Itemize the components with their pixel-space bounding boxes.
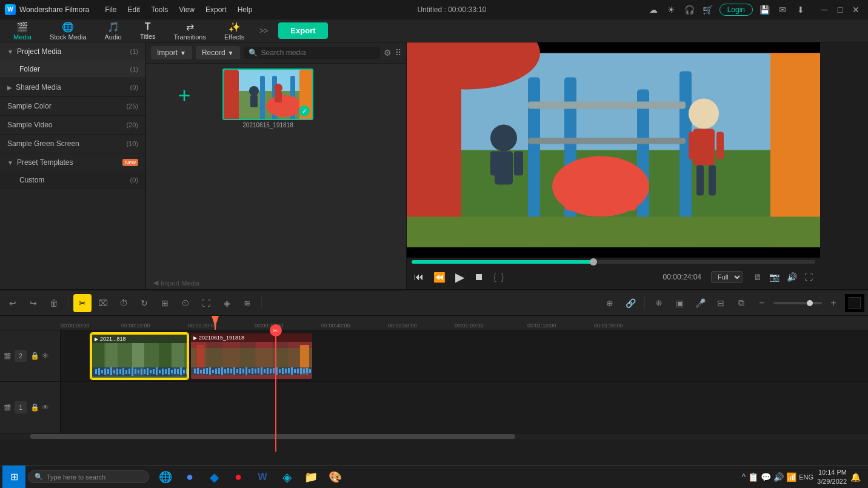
eye-icon[interactable]: 👁 <box>42 352 49 360</box>
redo-button[interactable]: ↪ <box>24 294 42 312</box>
sidebar-item-sample-color[interactable]: Sample Color (25) <box>0 97 145 115</box>
taskbar-app6[interactable]: ◈ <box>275 466 298 489</box>
taskbar-paint[interactable]: 🎨 <box>324 466 347 489</box>
mail-icon[interactable]: ✉ <box>776 3 789 16</box>
undo-button[interactable]: ↩ <box>4 294 22 312</box>
lock-icon[interactable]: 🔒 <box>30 352 39 360</box>
zoom-slider[interactable] <box>773 302 822 304</box>
tab-media[interactable]: 🎬 Media <box>5 20 40 42</box>
timer-button[interactable]: ⏲ <box>176 294 195 312</box>
tray-volume[interactable]: 🔊 <box>773 472 784 482</box>
maximize-button[interactable]: □ <box>833 4 847 16</box>
progress-bar[interactable] <box>412 260 815 264</box>
taskbar-edge2[interactable]: ◆ <box>202 466 225 489</box>
export-button[interactable]: Export <box>278 22 327 39</box>
sidebar-child-custom[interactable]: Custom (0) <box>0 172 145 189</box>
transform-button[interactable]: ⊞ <box>156 294 174 312</box>
eye-icon-1[interactable]: 👁 <box>42 403 49 412</box>
tab-audio[interactable]: 🎵 Audio <box>96 20 130 42</box>
sun-icon[interactable]: ☀ <box>665 3 678 16</box>
menu-tools[interactable]: Tools <box>146 4 173 16</box>
taskbar-edge[interactable]: 🌐 <box>154 466 177 489</box>
step-back-button[interactable]: ⏮ <box>412 270 426 284</box>
progress-handle[interactable] <box>590 258 597 266</box>
volume-icon[interactable]: 🔊 <box>784 271 800 283</box>
audio-button[interactable]: ≋ <box>238 294 256 312</box>
menu-help[interactable]: Help <box>233 4 258 16</box>
notification-icon[interactable]: 🔔 <box>850 472 861 482</box>
pip-button[interactable]: ⧉ <box>732 294 750 312</box>
sidebar-item-sample-green[interactable]: Sample Green Screen (10) <box>0 135 145 153</box>
timeline-scrollbar[interactable] <box>0 433 868 440</box>
speed-button[interactable]: ⏱ <box>115 294 133 312</box>
track-1-area[interactable] <box>61 382 868 433</box>
import-button[interactable]: Import ▼ <box>151 46 192 59</box>
tray-notification[interactable]: 📋 <box>748 472 758 482</box>
play-button[interactable]: ▶ <box>453 269 467 286</box>
tray-chat[interactable]: 💬 <box>761 472 771 482</box>
sidebar-item-sample-video[interactable]: Sample Video (20) <box>0 116 145 134</box>
cut-button[interactable]: ✂ <box>73 294 92 312</box>
fullscreen-icon[interactable]: ⛶ <box>802 271 815 283</box>
sidebar-item-project-media[interactable]: ▼ Project Media (1) <box>0 42 145 61</box>
search-input[interactable] <box>261 48 375 57</box>
tab-titles[interactable]: T Titles <box>132 20 164 41</box>
tray-wifi[interactable]: 📶 <box>786 472 796 482</box>
add-media-zone[interactable]: + <box>151 69 218 123</box>
stop-button[interactable]: ⏹ <box>472 270 486 284</box>
close-button[interactable]: ✕ <box>849 4 863 16</box>
tab-effects[interactable]: ✨ Effects <box>216 20 253 42</box>
menu-edit[interactable]: Edit <box>123 4 145 16</box>
sidebar-item-shared-media[interactable]: ▶ Shared Media (0) <box>0 78 145 96</box>
menu-file[interactable]: File <box>100 4 121 16</box>
sidebar-child-folder[interactable]: Folder (1) <box>0 61 145 78</box>
tab-stock-media[interactable]: 🌐 Stock Media <box>41 20 95 42</box>
login-button[interactable]: Login <box>719 4 753 16</box>
rewind-button[interactable]: ⏪ <box>431 270 448 284</box>
timeline-clip-1[interactable]: ▶ 2021...818 <box>91 333 188 379</box>
headphone-icon[interactable]: 🎧 <box>683 3 696 16</box>
mic-button[interactable]: 🎤 <box>691 294 709 312</box>
media-thumbnail-0[interactable]: ✓ 20210615_191818 <box>222 69 313 129</box>
timeline-clip-2[interactable]: ▶ 20210615_191818 <box>191 333 312 379</box>
sidebar-item-preset-templates[interactable]: ▼ Preset Templates New <box>0 153 145 172</box>
save-icon[interactable]: 💾 <box>758 3 771 16</box>
menu-export[interactable]: Export <box>201 4 232 16</box>
quality-select[interactable]: Full 1/2 1/4 <box>711 271 743 283</box>
download-icon[interactable]: ⬇ <box>794 3 807 16</box>
tray-chevron[interactable]: ^ <box>742 472 746 482</box>
scene-button[interactable]: ⊟ <box>712 294 730 312</box>
keyframe-button[interactable]: ◈ <box>218 294 236 312</box>
menu-view[interactable]: View <box>174 4 199 16</box>
link-button[interactable]: 🔗 <box>621 294 639 312</box>
cloud-icon[interactable]: ☁ <box>647 3 660 16</box>
fullscreen-button[interactable]: ⛶ <box>197 294 215 312</box>
zoom-in-btn[interactable]: + <box>824 294 843 312</box>
start-button[interactable]: ⊞ <box>2 466 25 489</box>
screen-icon[interactable]: 🖥 <box>751 271 764 283</box>
expand-tabs-button[interactable]: >> <box>256 22 271 40</box>
taskbar-word[interactable]: W <box>251 466 274 489</box>
filter-icon[interactable]: ⚙ <box>384 48 392 58</box>
minimize-button[interactable]: ─ <box>817 4 832 16</box>
rotate-button[interactable]: ↻ <box>135 294 153 312</box>
track-2-area[interactable]: ▶ 2021...818 <box>61 330 868 381</box>
snapshot-icon[interactable]: 📷 <box>767 271 782 283</box>
delete-button[interactable]: 🗑 <box>45 294 63 312</box>
taskbar-opera[interactable]: ● <box>227 466 250 489</box>
record-button[interactable]: Record ▼ <box>196 46 240 59</box>
zoom-out-btn[interactable]: − <box>753 294 771 312</box>
mask-button[interactable]: ▣ <box>670 294 689 312</box>
add-track-button[interactable]: ⊕ <box>601 294 619 312</box>
tab-transitions[interactable]: ⇄ Transitions <box>165 20 215 42</box>
crop-button[interactable]: ⌧ <box>94 294 112 312</box>
effects-right-button[interactable]: ⁜ <box>650 294 668 312</box>
lock-icon-1[interactable]: 🔒 <box>30 403 39 412</box>
taskbar-search[interactable]: 🔍 Type here to search <box>28 470 149 483</box>
zoom-handle[interactable] <box>807 300 813 306</box>
grid-icon[interactable]: ⠿ <box>395 48 401 58</box>
taskbar-chrome[interactable]: ● <box>178 466 201 489</box>
timeline-scroll-handle[interactable] <box>30 434 515 439</box>
taskbar-files[interactable]: 📁 <box>299 466 322 489</box>
cart-icon[interactable]: 🛒 <box>701 3 715 16</box>
